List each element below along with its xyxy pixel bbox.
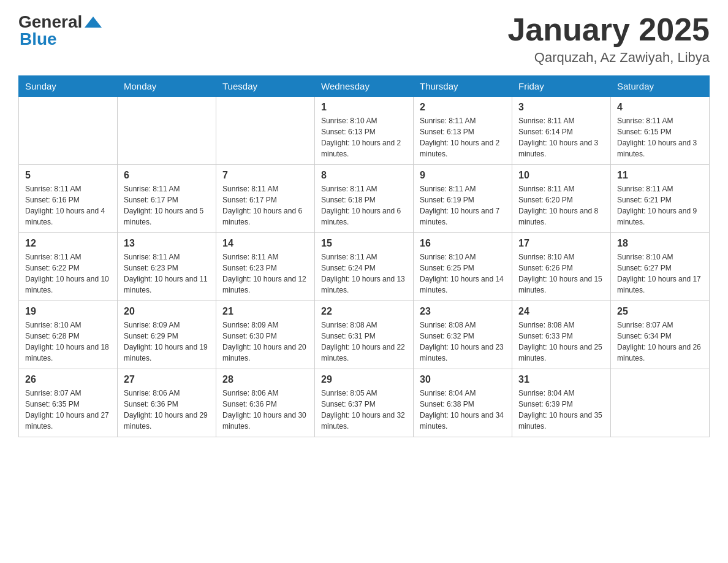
header-day-monday: Monday <box>118 76 216 97</box>
day-info: Sunrise: 8:06 AM Sunset: 6:36 PM Dayligh… <box>124 388 210 432</box>
day-number: 25 <box>617 306 703 317</box>
day-number: 6 <box>124 170 210 181</box>
day-info: Sunrise: 8:11 AM Sunset: 6:19 PM Dayligh… <box>420 183 506 228</box>
calendar-subtitle: Qarquzah, Az Zawiyah, Libya <box>507 50 710 66</box>
calendar-cell: 6Sunrise: 8:11 AM Sunset: 6:17 PM Daylig… <box>118 165 216 233</box>
day-info: Sunrise: 8:07 AM Sunset: 6:34 PM Dayligh… <box>617 320 703 364</box>
day-number: 15 <box>321 238 407 249</box>
day-info: Sunrise: 8:08 AM Sunset: 6:31 PM Dayligh… <box>321 320 407 364</box>
header-day-wednesday: Wednesday <box>315 76 414 97</box>
day-info: Sunrise: 8:07 AM Sunset: 6:35 PM Dayligh… <box>25 388 111 432</box>
day-number: 7 <box>222 170 308 181</box>
day-number: 22 <box>321 306 407 317</box>
calendar-cell: 20Sunrise: 8:09 AM Sunset: 6:29 PM Dayli… <box>118 301 216 369</box>
calendar-cell: 23Sunrise: 8:08 AM Sunset: 6:32 PM Dayli… <box>414 301 512 369</box>
header-day-friday: Friday <box>512 76 611 97</box>
calendar-cell <box>19 97 118 165</box>
day-number: 31 <box>518 374 604 385</box>
day-info: Sunrise: 8:10 AM Sunset: 6:28 PM Dayligh… <box>25 320 111 364</box>
calendar-cell: 29Sunrise: 8:05 AM Sunset: 6:37 PM Dayli… <box>315 369 414 437</box>
calendar-cell: 3Sunrise: 8:11 AM Sunset: 6:14 PM Daylig… <box>512 97 611 165</box>
day-number: 12 <box>25 238 111 249</box>
header-day-saturday: Saturday <box>611 76 710 97</box>
day-info: Sunrise: 8:11 AM Sunset: 6:16 PM Dayligh… <box>25 183 111 228</box>
calendar-cell: 15Sunrise: 8:11 AM Sunset: 6:24 PM Dayli… <box>315 233 414 301</box>
week-row-4: 19Sunrise: 8:10 AM Sunset: 6:28 PM Dayli… <box>19 301 710 369</box>
day-number: 24 <box>518 306 604 317</box>
calendar-cell: 1Sunrise: 8:10 AM Sunset: 6:13 PM Daylig… <box>315 97 414 165</box>
calendar-header: SundayMondayTuesdayWednesdayThursdayFrid… <box>19 76 710 97</box>
calendar-title: January 2025 <box>507 12 710 47</box>
day-number: 9 <box>420 170 506 181</box>
day-number: 30 <box>420 374 506 385</box>
calendar-cell: 21Sunrise: 8:09 AM Sunset: 6:30 PM Dayli… <box>216 301 315 369</box>
calendar-cell: 4Sunrise: 8:11 AM Sunset: 6:15 PM Daylig… <box>611 97 710 165</box>
day-info: Sunrise: 8:06 AM Sunset: 6:36 PM Dayligh… <box>222 388 308 432</box>
day-number: 2 <box>420 102 506 113</box>
calendar-cell: 11Sunrise: 8:11 AM Sunset: 6:21 PM Dayli… <box>611 165 710 233</box>
day-number: 27 <box>124 374 210 385</box>
calendar-cell: 2Sunrise: 8:11 AM Sunset: 6:13 PM Daylig… <box>414 97 512 165</box>
header-row: SundayMondayTuesdayWednesdayThursdayFrid… <box>19 76 710 97</box>
logo-triangle-icon <box>85 17 102 28</box>
day-number: 19 <box>25 306 111 317</box>
day-number: 4 <box>617 102 703 113</box>
day-number: 13 <box>124 238 210 249</box>
title-section: January 2025 Qarquzah, Az Zawiyah, Libya <box>507 12 710 66</box>
calendar-cell: 8Sunrise: 8:11 AM Sunset: 6:18 PM Daylig… <box>315 165 414 233</box>
week-row-1: 1Sunrise: 8:10 AM Sunset: 6:13 PM Daylig… <box>19 97 710 165</box>
calendar-cell: 13Sunrise: 8:11 AM Sunset: 6:23 PM Dayli… <box>118 233 216 301</box>
day-number: 5 <box>25 170 111 181</box>
day-number: 28 <box>222 374 308 385</box>
day-info: Sunrise: 8:11 AM Sunset: 6:22 PM Dayligh… <box>25 251 111 296</box>
day-number: 17 <box>518 238 604 249</box>
day-info: Sunrise: 8:08 AM Sunset: 6:32 PM Dayligh… <box>420 320 506 364</box>
header-day-tuesday: Tuesday <box>216 76 315 97</box>
calendar-cell: 27Sunrise: 8:06 AM Sunset: 6:36 PM Dayli… <box>118 369 216 437</box>
day-number: 16 <box>420 238 506 249</box>
calendar-cell: 30Sunrise: 8:04 AM Sunset: 6:38 PM Dayli… <box>414 369 512 437</box>
day-info: Sunrise: 8:05 AM Sunset: 6:37 PM Dayligh… <box>321 388 407 432</box>
calendar-cell <box>611 369 710 437</box>
calendar-body: 1Sunrise: 8:10 AM Sunset: 6:13 PM Daylig… <box>19 97 710 437</box>
week-row-2: 5Sunrise: 8:11 AM Sunset: 6:16 PM Daylig… <box>19 165 710 233</box>
day-info: Sunrise: 8:11 AM Sunset: 6:14 PM Dayligh… <box>518 115 604 159</box>
calendar-cell: 5Sunrise: 8:11 AM Sunset: 6:16 PM Daylig… <box>19 165 118 233</box>
calendar-cell: 26Sunrise: 8:07 AM Sunset: 6:35 PM Dayli… <box>19 369 118 437</box>
calendar-cell: 9Sunrise: 8:11 AM Sunset: 6:19 PM Daylig… <box>414 165 512 233</box>
day-info: Sunrise: 8:09 AM Sunset: 6:29 PM Dayligh… <box>124 320 210 364</box>
day-info: Sunrise: 8:11 AM Sunset: 6:21 PM Dayligh… <box>617 183 703 228</box>
logo-blue-text: Blue <box>20 29 57 49</box>
calendar-cell: 7Sunrise: 8:11 AM Sunset: 6:17 PM Daylig… <box>216 165 315 233</box>
day-info: Sunrise: 8:10 AM Sunset: 6:27 PM Dayligh… <box>617 251 703 296</box>
calendar-cell: 28Sunrise: 8:06 AM Sunset: 6:36 PM Dayli… <box>216 369 315 437</box>
page-header: General Blue January 2025 Qarquzah, Az Z… <box>18 12 710 66</box>
calendar-cell: 12Sunrise: 8:11 AM Sunset: 6:22 PM Dayli… <box>19 233 118 301</box>
day-number: 23 <box>420 306 506 317</box>
calendar-cell: 17Sunrise: 8:10 AM Sunset: 6:26 PM Dayli… <box>512 233 611 301</box>
day-info: Sunrise: 8:11 AM Sunset: 6:24 PM Dayligh… <box>321 251 407 296</box>
day-info: Sunrise: 8:11 AM Sunset: 6:23 PM Dayligh… <box>124 251 210 296</box>
day-info: Sunrise: 8:11 AM Sunset: 6:17 PM Dayligh… <box>222 183 308 228</box>
day-info: Sunrise: 8:11 AM Sunset: 6:13 PM Dayligh… <box>420 115 506 159</box>
calendar-cell <box>216 97 315 165</box>
calendar-cell: 10Sunrise: 8:11 AM Sunset: 6:20 PM Dayli… <box>512 165 611 233</box>
calendar-cell: 16Sunrise: 8:10 AM Sunset: 6:25 PM Dayli… <box>414 233 512 301</box>
day-info: Sunrise: 8:10 AM Sunset: 6:13 PM Dayligh… <box>321 115 407 159</box>
day-info: Sunrise: 8:11 AM Sunset: 6:23 PM Dayligh… <box>222 251 308 296</box>
calendar-cell: 31Sunrise: 8:04 AM Sunset: 6:39 PM Dayli… <box>512 369 611 437</box>
day-info: Sunrise: 8:08 AM Sunset: 6:33 PM Dayligh… <box>518 320 604 364</box>
logo: General Blue <box>18 12 102 49</box>
header-day-thursday: Thursday <box>414 76 512 97</box>
day-number: 29 <box>321 374 407 385</box>
day-info: Sunrise: 8:11 AM Sunset: 6:18 PM Dayligh… <box>321 183 407 228</box>
calendar-table: SundayMondayTuesdayWednesdayThursdayFrid… <box>18 75 710 437</box>
calendar-cell: 25Sunrise: 8:07 AM Sunset: 6:34 PM Dayli… <box>611 301 710 369</box>
day-number: 8 <box>321 170 407 181</box>
day-info: Sunrise: 8:04 AM Sunset: 6:38 PM Dayligh… <box>420 388 506 432</box>
day-number: 1 <box>321 102 407 113</box>
day-number: 21 <box>222 306 308 317</box>
day-info: Sunrise: 8:10 AM Sunset: 6:25 PM Dayligh… <box>420 251 506 296</box>
calendar-cell: 19Sunrise: 8:10 AM Sunset: 6:28 PM Dayli… <box>19 301 118 369</box>
day-info: Sunrise: 8:11 AM Sunset: 6:15 PM Dayligh… <box>617 115 703 159</box>
